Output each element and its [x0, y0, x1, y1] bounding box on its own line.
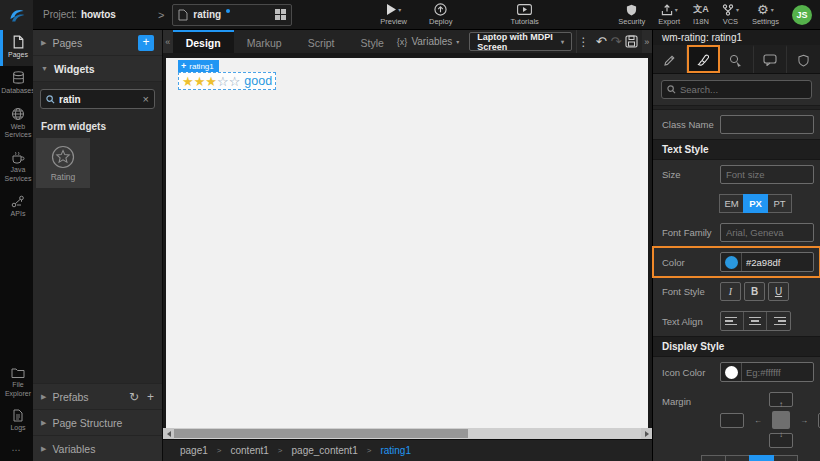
deploy-icon — [434, 3, 447, 16]
breadcrumb-content1[interactable]: content1 — [230, 445, 268, 456]
unit-em-button[interactable]: EM — [719, 194, 744, 213]
scrollbar-track[interactable] — [174, 428, 641, 439]
arrow-left-icon: ← — [754, 416, 762, 425]
tab-messages[interactable] — [754, 45, 788, 73]
star-empty-icon[interactable]: ☆ — [229, 75, 241, 88]
save-icon[interactable] — [623, 30, 639, 53]
underline-button[interactable]: U — [768, 282, 789, 301]
vcs-button[interactable]: ▾ VCS — [722, 3, 739, 26]
margin-left-input[interactable] — [720, 413, 744, 428]
rail-item-pages[interactable]: Pages — [0, 30, 33, 66]
variables-section-header[interactable]: ▶ Variables — [33, 435, 162, 461]
scrollbar-thumb[interactable] — [174, 429, 468, 438]
unit-percent-button[interactable]: % — [701, 455, 726, 461]
align-center-icon[interactable] — [744, 312, 767, 330]
move-handle-icon[interactable]: + — [181, 61, 186, 71]
breadcrumb-page-content1[interactable]: page_content1 — [292, 445, 358, 456]
horizontal-scrollbar[interactable] — [163, 428, 652, 439]
tab-script[interactable]: Script — [295, 30, 348, 53]
add-prefab-icon[interactable]: + — [147, 390, 154, 404]
color-swatch-button[interactable] — [721, 363, 742, 381]
rating-widget-on-canvas[interactable]: + rating1 ★ ★ ★ ☆ ☆ good — [178, 60, 276, 90]
export-button[interactable]: ▾ Export — [658, 3, 680, 26]
refresh-prefabs-icon[interactable]: ↻ — [129, 390, 139, 404]
collapse-left-panel-icon[interactable]: « — [163, 30, 173, 53]
rating-widget-tile[interactable]: Rating — [36, 138, 90, 188]
design-canvas[interactable]: + rating1 ★ ★ ★ ☆ ☆ good — [166, 58, 648, 428]
unit-px-button[interactable]: PX — [743, 194, 768, 213]
page-structure-section-header[interactable]: ▶ Page Structure — [33, 409, 162, 435]
color-swatch-button[interactable] — [721, 253, 742, 271]
star-filled-icon[interactable]: ★ — [205, 75, 217, 88]
i18n-button[interactable]: 文A I18N — [693, 3, 709, 26]
expand-right-panel-icon[interactable]: » — [642, 30, 652, 53]
undo-icon[interactable]: ↶ — [594, 30, 609, 53]
selected-widget-tag[interactable]: + rating1 — [178, 60, 219, 72]
security-button[interactable]: Security — [618, 3, 645, 26]
rail-item-databases[interactable]: Databases — [0, 66, 33, 102]
grid-icon[interactable] — [275, 9, 286, 20]
unit-em-button[interactable]: EM — [725, 455, 750, 461]
tab-label: rating — [193, 9, 221, 20]
icon-color-input[interactable] — [742, 367, 813, 378]
breadcrumb-rating1[interactable]: rating1 — [380, 445, 411, 456]
tab-properties[interactable] — [653, 45, 687, 73]
pages-section-header[interactable]: ▶ Pages + — [33, 30, 162, 56]
unit-pt-button[interactable]: PT — [773, 455, 798, 461]
tab-design[interactable]: Design — [173, 30, 234, 53]
breadcrumb-page1[interactable]: page1 — [180, 445, 208, 456]
scroll-right-icon[interactable] — [641, 428, 652, 439]
italic-button[interactable]: I — [720, 282, 741, 301]
tab-markup[interactable]: Markup — [234, 30, 295, 53]
tab-security[interactable] — [787, 45, 820, 73]
font-family-input[interactable] — [720, 223, 814, 242]
chevron-right-icon[interactable]: > — [158, 9, 164, 21]
rail-item-apis[interactable]: APIs — [0, 190, 33, 225]
property-search-input[interactable] — [680, 84, 806, 95]
size-unit-group: EM PX PT — [720, 194, 792, 213]
deploy-button[interactable]: Deploy — [429, 3, 452, 26]
tab-events[interactable] — [720, 45, 754, 73]
rail-item-java-services[interactable]: Java Services — [0, 146, 33, 190]
unit-px-button[interactable]: PX — [749, 455, 774, 461]
widget-search-box: × — [40, 89, 155, 109]
star-filled-icon[interactable]: ★ — [194, 75, 206, 88]
rail-item-file-explorer[interactable]: File Explorer — [0, 362, 33, 405]
more-dots-icon[interactable]: ⋯ — [0, 439, 33, 461]
class-name-input[interactable] — [720, 115, 814, 134]
chat-bubble-icon — [763, 54, 777, 66]
chevron-down-icon: ▾ — [456, 38, 459, 45]
widget-search-input[interactable] — [59, 94, 139, 105]
tab-styles[interactable] — [687, 45, 721, 73]
tab-style[interactable]: Style — [348, 30, 397, 53]
add-page-button[interactable]: + — [138, 35, 154, 51]
wavemaker-logo-icon[interactable] — [0, 0, 33, 30]
unit-pt-button[interactable]: PT — [767, 194, 792, 213]
redo-icon[interactable]: ↷ — [609, 30, 624, 53]
variables-button[interactable]: {x} Variables ▾ — [397, 30, 459, 53]
align-right-icon[interactable] — [767, 312, 790, 330]
text-color-input[interactable] — [742, 257, 813, 268]
rating-widget-body[interactable]: ★ ★ ★ ☆ ☆ good — [178, 72, 276, 90]
clear-search-icon[interactable]: × — [143, 93, 149, 105]
tutorials-button[interactable]: Tutorials — [510, 3, 538, 26]
device-selector[interactable]: Laptop with MDPI Screen ▾ — [469, 32, 572, 51]
properties-panel: wm-rating: rating1 — [652, 30, 820, 461]
databases-icon — [12, 71, 25, 85]
kebab-menu-icon[interactable]: ⋮ — [576, 30, 590, 53]
align-left-icon[interactable] — [721, 312, 744, 330]
bold-button[interactable]: B — [744, 282, 765, 301]
open-page-tab[interactable]: rating — [172, 4, 292, 26]
widgets-section-header[interactable]: ▼ Widgets — [33, 56, 162, 82]
breadcrumb-separator: > — [367, 446, 372, 455]
font-size-input[interactable] — [720, 165, 814, 184]
rail-item-web-services[interactable]: Web Services — [0, 102, 33, 147]
settings-button[interactable]: ⚙▾ Settings — [752, 3, 779, 26]
prefabs-section-header[interactable]: ▶ Prefabs ↻ + — [33, 383, 162, 409]
rail-item-logs[interactable]: Logs — [0, 404, 33, 439]
scroll-left-icon[interactable] — [163, 428, 174, 439]
star-filled-icon[interactable]: ★ — [182, 75, 194, 88]
preview-button[interactable]: ▾ Preview — [380, 3, 407, 26]
user-avatar[interactable]: JS — [792, 5, 812, 25]
star-empty-icon[interactable]: ☆ — [217, 75, 229, 88]
